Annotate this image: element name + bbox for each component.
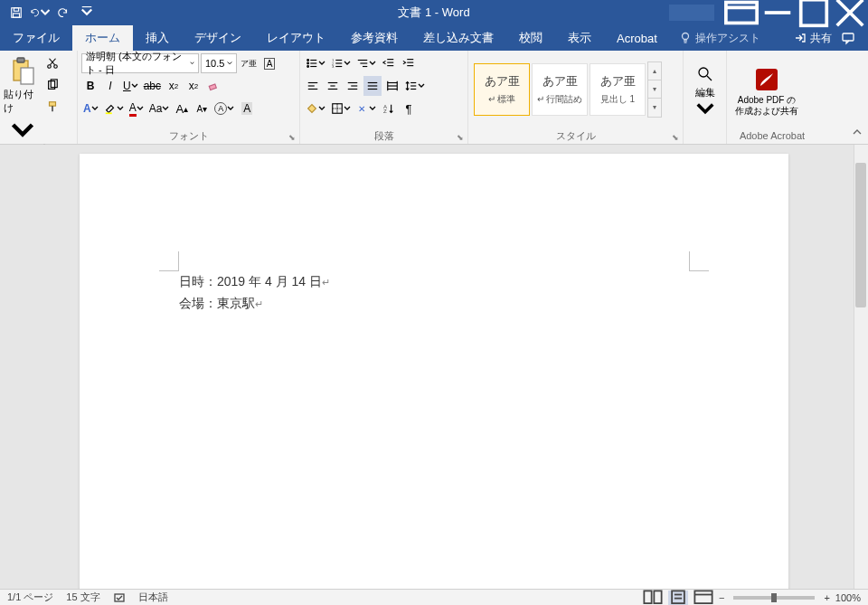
shrink-font-button[interactable]: A▾ xyxy=(193,99,211,118)
bold-button[interactable]: B xyxy=(81,76,99,96)
tab-insert[interactable]: 挿入 xyxy=(133,25,182,51)
distributed-button[interactable] xyxy=(383,76,401,96)
page-indicator[interactable]: 1/1 ページ xyxy=(7,591,53,604)
bullets-button[interactable] xyxy=(304,53,327,73)
redo-button[interactable] xyxy=(52,2,74,24)
document-area: 日時：2019 年 4 月 14 日↵ 会場：東京駅↵ xyxy=(0,145,868,589)
text-effects-button[interactable]: A xyxy=(81,99,100,118)
document-page[interactable]: 日時：2019 年 4 月 14 日↵ 会場：東京駅↵ xyxy=(80,154,788,589)
italic-button[interactable]: I xyxy=(101,76,119,96)
undo-button[interactable] xyxy=(29,2,51,24)
spellcheck-icon[interactable] xyxy=(113,591,126,604)
align-center-icon xyxy=(326,80,339,92)
zoom-out-button[interactable]: − xyxy=(719,592,724,603)
tab-references[interactable]: 参考資料 xyxy=(338,25,410,51)
chevron-down-icon xyxy=(227,102,234,115)
user-account-badge[interactable] xyxy=(669,5,714,21)
vertical-scrollbar[interactable] xyxy=(854,145,868,589)
print-layout-button[interactable] xyxy=(668,591,688,605)
shading-button[interactable] xyxy=(304,99,327,118)
tab-file[interactable]: ファイル xyxy=(0,25,72,51)
web-layout-button[interactable] xyxy=(693,591,713,605)
editing-button[interactable]: 編集 xyxy=(687,53,722,125)
style-name: ↵ 行間詰め xyxy=(537,93,583,106)
char-shading-button[interactable]: A xyxy=(238,99,256,118)
format-painter-button[interactable] xyxy=(43,97,61,117)
quick-access-toolbar xyxy=(0,2,98,24)
close-button[interactable] xyxy=(832,0,868,25)
grow-font-button[interactable]: A▴ xyxy=(173,99,191,118)
tab-mailings[interactable]: 差し込み文書 xyxy=(410,25,506,51)
cut-button[interactable] xyxy=(43,53,61,73)
tab-design[interactable]: デザイン xyxy=(182,25,254,51)
clear-formatting-button[interactable] xyxy=(204,76,222,96)
strikethrough-button[interactable]: abc xyxy=(142,76,163,96)
asian-layout-button[interactable]: ✕ xyxy=(354,99,378,118)
save-button[interactable] xyxy=(5,2,27,24)
tab-view[interactable]: 表示 xyxy=(555,25,604,51)
style-scroll-up[interactable]: ▴ xyxy=(648,62,661,80)
numbering-button[interactable]: 123 xyxy=(329,53,353,73)
change-case-button[interactable]: Aa xyxy=(147,99,172,118)
enclose-char-button[interactable]: A xyxy=(212,99,236,118)
decrease-indent-button[interactable] xyxy=(380,53,398,73)
align-right-button[interactable] xyxy=(344,76,362,96)
borders-button[interactable] xyxy=(329,99,353,118)
minimize-button[interactable] xyxy=(760,0,796,25)
group-adobe: Adobe PDF の作成および共有 Adobe Acrobat xyxy=(727,51,817,144)
collapse-ribbon-button[interactable] xyxy=(852,127,863,140)
zoom-in-button[interactable]: + xyxy=(824,592,829,603)
multilevel-button[interactable] xyxy=(354,53,378,73)
font-color-button[interactable]: A xyxy=(127,99,146,118)
paste-button[interactable]: 貼り付け xyxy=(4,53,42,146)
share-button[interactable]: 共有 xyxy=(794,31,832,46)
comments-icon[interactable] xyxy=(841,31,855,45)
increase-indent-button[interactable] xyxy=(400,53,418,73)
style-gallery-expand[interactable]: ▾ xyxy=(648,99,661,116)
word-count[interactable]: 15 文字 xyxy=(66,591,99,604)
qat-customize-button[interactable] xyxy=(76,2,98,24)
font-size-combo[interactable]: 10.5 xyxy=(201,53,237,73)
superscript-button[interactable]: x2 xyxy=(184,76,203,96)
zoom-level[interactable]: 100% xyxy=(835,592,861,603)
maximize-button[interactable] xyxy=(796,0,832,25)
phonetic-guide-button[interactable]: ア亜 xyxy=(239,53,259,73)
sort-button[interactable]: AZ xyxy=(380,99,398,118)
scrollbar-thumb[interactable] xyxy=(855,163,866,307)
tab-review[interactable]: 校閲 xyxy=(506,25,555,51)
adobe-pdf-button[interactable]: Adobe PDF の作成および共有 xyxy=(731,53,803,125)
tab-home[interactable]: ホーム xyxy=(72,25,133,51)
subscript-button[interactable]: x2 xyxy=(165,76,183,96)
styles-launcher[interactable]: ⬊ xyxy=(672,133,679,142)
zoom-slider-thumb[interactable] xyxy=(771,593,777,602)
line-spacing-button[interactable] xyxy=(403,76,427,96)
group-clipboard: 貼り付け クリップボード ⬊ xyxy=(0,51,78,144)
font-name-combo[interactable]: 游明朝 (本文のフォント - 日 xyxy=(81,53,199,73)
tab-acrobat[interactable]: Acrobat xyxy=(604,25,670,51)
document-line[interactable]: 日時：2019 年 4 月 14 日↵ xyxy=(179,271,689,293)
chevron-down-icon xyxy=(695,99,715,119)
style-scroll-down[interactable]: ▾ xyxy=(648,80,661,99)
copy-button[interactable] xyxy=(43,75,61,95)
align-left-button[interactable] xyxy=(304,76,322,96)
style-heading1[interactable]: あア亜 見出し 1 xyxy=(590,63,646,116)
document-line[interactable]: 会場：東京駅↵ xyxy=(179,293,689,315)
underline-button[interactable]: U xyxy=(121,76,140,96)
status-right: − + 100% xyxy=(643,591,861,605)
align-center-button[interactable] xyxy=(324,76,342,96)
style-normal[interactable]: あア亜 ↵ 標準 xyxy=(474,63,530,116)
read-mode-button[interactable] xyxy=(643,591,663,605)
language-indicator[interactable]: 日本語 xyxy=(138,591,168,604)
highlight-button[interactable] xyxy=(102,99,126,118)
tab-layout[interactable]: レイアウト xyxy=(254,25,338,51)
paragraph-launcher[interactable]: ⬊ xyxy=(457,133,464,142)
align-justify-button[interactable] xyxy=(363,76,382,96)
show-marks-button[interactable]: ¶ xyxy=(400,99,418,118)
style-no-spacing[interactable]: あア亜 ↵ 行間詰め xyxy=(532,63,588,116)
char-border-button[interactable]: A xyxy=(260,53,278,73)
chevron-down-icon xyxy=(190,61,194,66)
zoom-slider[interactable] xyxy=(733,596,815,600)
font-launcher[interactable]: ⬊ xyxy=(288,133,296,142)
document-body[interactable]: 日時：2019 年 4 月 14 日↵ 会場：東京駅↵ xyxy=(179,271,689,315)
ribbon-display-options-button[interactable] xyxy=(723,0,760,25)
